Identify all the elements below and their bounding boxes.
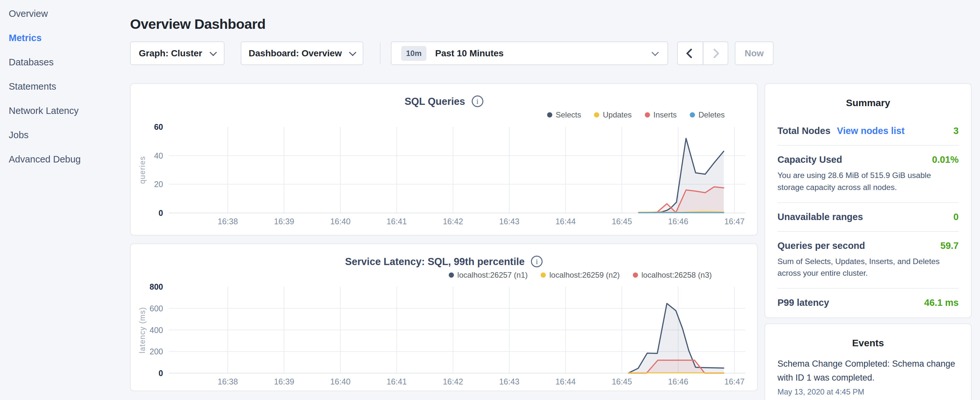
- chevron-down-icon: [652, 49, 659, 56]
- time-range-label: Past 10 Minutes: [435, 48, 504, 59]
- overview-dashboard-page: { "header": { "title": "Overview Dashboa…: [0, 0, 980, 400]
- x-axis-tick: 16:45: [612, 378, 632, 386]
- x-axis-tick: 16:41: [387, 378, 407, 386]
- chevron-right-icon: [710, 48, 719, 58]
- summary-description: You are using 28.6 MiB of 515.9 GiB usab…: [778, 170, 959, 193]
- sidebar-item-metrics[interactable]: Metrics: [9, 33, 42, 43]
- summary-panel: Summary Total NodesView nodes list3Capac…: [765, 83, 972, 318]
- y-axis-label: latency (ms): [138, 282, 147, 379]
- x-axis-tick: 16:39: [274, 217, 294, 226]
- sidebar-item-statements[interactable]: Statements: [9, 82, 56, 91]
- x-axis-tick: 16:42: [443, 217, 463, 226]
- x-axis-tick: 16:38: [218, 378, 238, 386]
- controls-divider: [380, 42, 380, 64]
- summary-value: 3: [953, 126, 959, 136]
- dashboard-label: Dashboard: Overview: [249, 48, 342, 59]
- summary-description: Sum of Selects, Updates, Inserts, and De…: [778, 256, 959, 280]
- summary-value: 0.01%: [932, 155, 959, 165]
- event-text: Schema Change Completed: Schema change w…: [778, 357, 959, 385]
- time-step-control: [677, 41, 728, 65]
- summary-label: Unavailable ranges: [778, 212, 863, 222]
- chevron-down-icon: [349, 49, 356, 56]
- summary-row: Unavailable ranges0: [778, 202, 959, 231]
- summary-row: Queries per second59.7Sum of Selects, Up…: [778, 231, 959, 288]
- page-title: Overview Dashboard: [130, 17, 266, 31]
- time-step-back-button[interactable]: [678, 42, 703, 64]
- x-axis-tick: 16:40: [330, 378, 351, 386]
- chart-plot[interactable]: [131, 84, 758, 236]
- sidebar-item-overview[interactable]: Overview: [9, 9, 48, 18]
- sidebar-item-jobs[interactable]: Jobs: [9, 131, 29, 140]
- events-panel: Events Schema Change Completed: Schema c…: [765, 323, 972, 400]
- sidebar-item-databases[interactable]: Databases: [9, 57, 54, 67]
- chevron-down-icon: [210, 49, 217, 56]
- x-axis-tick: 16:45: [612, 217, 632, 226]
- service-latency-chart-card: Service Latency: SQL, 99th percentile lo…: [130, 243, 758, 391]
- x-axis-tick: 16:47: [724, 217, 745, 226]
- x-axis-tick: 16:44: [555, 378, 576, 386]
- summary-label: Capacity Used: [778, 155, 842, 165]
- now-button[interactable]: Now: [735, 41, 773, 65]
- x-axis-tick: 16:43: [499, 217, 520, 226]
- graph-scope-label: Graph: Cluster: [139, 48, 202, 59]
- sidebar-item-network-latency[interactable]: Network Latency: [9, 106, 79, 116]
- events-list: Schema Change Completed: Schema change w…: [778, 357, 959, 397]
- summary-label: Total Nodes: [778, 126, 830, 136]
- summary-title: Summary: [778, 97, 959, 108]
- x-axis-tick: 16:46: [668, 378, 689, 386]
- event-item[interactable]: Schema Change Completed: Schema change w…: [778, 357, 959, 397]
- x-axis-tick: 16:41: [387, 217, 407, 226]
- sql-queries-chart-card: SQL Queries SelectsUpdatesInsertsDeletes…: [130, 83, 758, 236]
- view-nodes-list-link[interactable]: View nodes list: [837, 126, 905, 136]
- summary-value: 0: [953, 212, 959, 222]
- x-axis-tick: 16:46: [668, 217, 689, 226]
- x-axis-tick: 16:44: [555, 217, 576, 226]
- sidebar-item-advanced-debug[interactable]: Advanced Debug: [9, 155, 81, 164]
- summary-row: Total NodesView nodes list3: [778, 117, 959, 145]
- summary-label: Queries per second: [778, 241, 865, 251]
- chart-plot[interactable]: [131, 244, 758, 392]
- time-range-dropdown[interactable]: 10m Past 10 Minutes: [391, 41, 668, 65]
- y-axis-label: queries: [138, 121, 147, 218]
- x-axis-tick: 16:43: [499, 378, 520, 386]
- events-title: Events: [778, 338, 959, 349]
- summary-value: 46.1 ms: [924, 297, 959, 308]
- time-step-forward-button[interactable]: [703, 42, 728, 64]
- x-axis-tick: 16:42: [443, 378, 463, 386]
- time-range-badge: 10m: [401, 46, 426, 61]
- summary-row: Capacity Used0.01%You are using 28.6 MiB…: [778, 145, 959, 202]
- x-axis-tick: 16:47: [724, 378, 745, 386]
- x-axis-tick: 16:40: [330, 217, 351, 226]
- dashboard-dropdown[interactable]: Dashboard: Overview: [241, 41, 363, 65]
- event-timestamp: May 13, 2020 at 4:45 PM: [778, 387, 959, 397]
- summary-label: P99 latency: [778, 297, 829, 308]
- chevron-left-icon: [686, 48, 696, 58]
- summary-row: P99 latency46.1 ms: [778, 288, 959, 317]
- summary-rows: Total NodesView nodes list3Capacity Used…: [778, 117, 959, 317]
- x-axis-tick: 16:39: [274, 378, 294, 386]
- x-axis-tick: 16:38: [218, 217, 238, 226]
- graph-scope-dropdown[interactable]: Graph: Cluster: [130, 41, 224, 65]
- summary-value: 59.7: [940, 241, 959, 251]
